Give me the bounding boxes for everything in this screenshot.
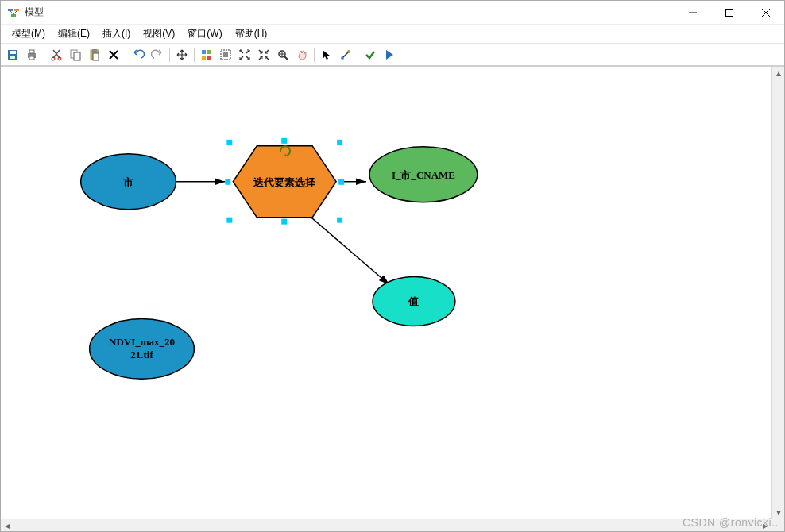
close-button[interactable]	[748, 1, 784, 25]
node-ndvi-label-1: NDVI_max_20	[109, 336, 175, 348]
maximize-button[interactable]	[711, 1, 748, 25]
paste-icon	[88, 48, 101, 61]
svg-rect-6	[10, 56, 15, 59]
scroll-down-arrow[interactable]: ▾	[772, 506, 784, 519]
separator	[314, 48, 315, 62]
separator	[44, 48, 44, 62]
svg-rect-31	[225, 179, 230, 185]
copy-button[interactable]	[67, 46, 84, 64]
separator	[358, 48, 358, 62]
svg-rect-8	[29, 50, 34, 53]
node-input-city-label: 市	[122, 176, 133, 188]
svg-rect-2	[11, 14, 16, 17]
add-button[interactable]	[173, 46, 191, 64]
node-output-cname[interactable]: I_市_CNAME	[369, 147, 478, 202]
save-icon	[6, 48, 19, 61]
run-icon	[383, 48, 396, 61]
menu-help[interactable]: 帮助(H)	[229, 25, 274, 42]
vertical-scrollbar[interactable]: ▴ ▾	[771, 67, 784, 519]
svg-rect-18	[207, 50, 211, 54]
cut-icon	[50, 48, 63, 61]
svg-rect-32	[338, 179, 344, 185]
validate-button[interactable]	[362, 46, 379, 64]
menu-insert[interactable]: 插入(I)	[96, 25, 137, 42]
menu-model[interactable]: 模型(M)	[6, 25, 52, 42]
auto-layout-icon	[200, 48, 213, 61]
delete-icon	[107, 48, 120, 61]
svg-rect-15	[92, 49, 97, 52]
connect-tool-icon	[339, 48, 352, 61]
auto-layout-button[interactable]	[198, 46, 215, 64]
scrollbar-corner	[771, 519, 784, 531]
delete-button[interactable]	[105, 46, 122, 64]
svg-rect-29	[281, 138, 287, 144]
undo-icon	[132, 48, 145, 61]
menu-window[interactable]: 窗口(W)	[181, 25, 228, 42]
scroll-up-arrow[interactable]: ▴	[772, 67, 784, 79]
svg-rect-22	[223, 52, 228, 57]
paste-button[interactable]	[86, 46, 103, 64]
diagram-svg: 市 迭代要素选择	[1, 67, 771, 519]
zoom-in-button[interactable]	[236, 46, 253, 64]
separator	[126, 48, 126, 62]
model-canvas[interactable]: 市 迭代要素选择	[1, 67, 771, 519]
scroll-left-arrow[interactable]: ◂	[1, 519, 14, 531]
svg-rect-16	[93, 53, 99, 60]
cut-button[interactable]	[48, 46, 65, 64]
svg-rect-3	[726, 9, 733, 16]
scroll-right-arrow[interactable]: ▸	[759, 519, 771, 531]
close-icon	[762, 9, 770, 17]
zoom-out-icon	[257, 48, 270, 61]
node-iterator-label: 迭代要素选择	[253, 176, 315, 188]
node-iterator[interactable]: 迭代要素选择	[233, 146, 336, 218]
svg-rect-17	[202, 50, 206, 54]
zoom-in-icon	[238, 48, 251, 61]
svg-rect-33	[226, 218, 232, 223]
svg-rect-20	[207, 56, 211, 60]
print-button[interactable]	[23, 46, 41, 64]
minimize-button[interactable]	[675, 1, 711, 25]
window-buttons	[675, 1, 784, 25]
separator	[194, 48, 195, 62]
select-tool-icon	[320, 48, 333, 61]
node-output-value[interactable]: 值	[373, 277, 455, 326]
select-tool-button[interactable]	[318, 46, 335, 64]
svg-rect-30	[337, 140, 342, 145]
client-area: 市 迭代要素选择	[1, 66, 784, 531]
print-icon	[25, 48, 38, 61]
zoom-out-button[interactable]	[255, 46, 273, 64]
run-button[interactable]	[381, 46, 398, 64]
zoom-icon	[276, 48, 289, 61]
connector-iterator-to-value[interactable]	[309, 216, 389, 285]
svg-rect-13	[74, 52, 80, 60]
redo-icon	[151, 48, 164, 61]
svg-rect-35	[337, 218, 342, 223]
svg-rect-19	[202, 56, 206, 60]
menu-edit[interactable]: 编辑(E)	[52, 25, 96, 42]
horizontal-scrollbar[interactable]: ◂ ▸	[1, 519, 771, 531]
copy-icon	[69, 48, 82, 61]
connect-tool-button[interactable]	[337, 46, 354, 64]
pan-tool-button[interactable]	[293, 46, 311, 64]
window-title: 模型	[25, 6, 675, 19]
node-input-city[interactable]: 市	[81, 154, 176, 210]
svg-rect-34	[281, 219, 287, 225]
menu-view[interactable]: 视图(V)	[137, 25, 181, 42]
titlebar: 模型	[1, 1, 784, 25]
pan-icon	[296, 48, 308, 61]
validate-icon	[364, 48, 377, 61]
move-icon	[176, 48, 188, 61]
undo-button[interactable]	[130, 46, 147, 64]
menubar: 模型(M) 编辑(E) 插入(I) 视图(V) 窗口(W) 帮助(H)	[1, 25, 784, 44]
app-icon	[7, 6, 20, 19]
minimize-icon	[689, 9, 697, 17]
fit-button[interactable]	[217, 46, 234, 64]
window-root: 模型 模型(M) 编辑(E) 插入(I) 视图(V) 窗口(W) 帮助(H)	[0, 0, 785, 532]
node-output-cname-label: I_市_CNAME	[392, 169, 455, 181]
save-button[interactable]	[4, 46, 21, 64]
svg-rect-1	[14, 9, 19, 11]
node-ndvi[interactable]: NDVI_max_20 21.tif	[90, 318, 195, 379]
zoom-tool-button[interactable]	[274, 46, 292, 64]
redo-button[interactable]	[149, 46, 166, 64]
svg-rect-0	[8, 9, 13, 11]
